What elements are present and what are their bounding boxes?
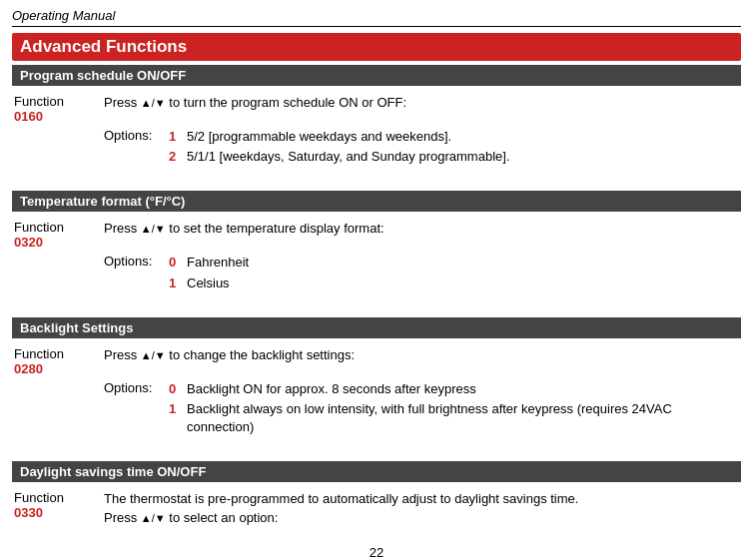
function-row-0160: Function 0160 Press ▲/▼ to turn the prog… bbox=[14, 94, 739, 124]
function-row-0280: Function 0280 Press ▲/▼ to change the ba… bbox=[14, 346, 739, 376]
function-block-0330: Function 0330 The thermostat is pre-prog… bbox=[12, 486, 741, 532]
page-number: 22 bbox=[12, 545, 741, 560]
option-item: 0 Backlight ON for approx. 8 seconds aft… bbox=[169, 380, 739, 398]
function-row-0320: Function 0320 Press ▲/▼ to set the tempe… bbox=[14, 220, 739, 250]
function-block-0280: Function 0280 Press ▲/▼ to change the ba… bbox=[12, 342, 741, 444]
function-row-0330: Function 0330 The thermostat is pre-prog… bbox=[14, 490, 739, 526]
option-item: 1 5/2 [programmable weekdays and weekend… bbox=[169, 128, 739, 146]
option-item: 0 Fahrenheit bbox=[169, 254, 739, 272]
function-label-0280: Function 0280 bbox=[14, 346, 104, 376]
options-label-0280: Options: bbox=[104, 380, 169, 395]
function-desc-0160: Press ▲/▼ to turn the program schedule O… bbox=[104, 94, 739, 112]
function-desc-0330: The thermostat is pre-programmed to auto… bbox=[104, 490, 739, 526]
function-number-0320: 0320 bbox=[14, 235, 104, 250]
options-block-0160: Options: 1 5/2 [programmable weekdays an… bbox=[104, 128, 739, 168]
subsection-temperature-format: Temperature format (°F/°C) bbox=[12, 191, 741, 212]
options-block-0280: Options: 0 Backlight ON for approx. 8 se… bbox=[104, 380, 739, 439]
option-item: 1 Backlight always on low intensity, wit… bbox=[169, 400, 739, 436]
options-list-0160: 1 5/2 [programmable weekdays and weekend… bbox=[169, 128, 739, 168]
function-label-0160: Function 0160 bbox=[14, 94, 104, 124]
function-block-0160: Function 0160 Press ▲/▼ to turn the prog… bbox=[12, 90, 741, 173]
function-block-0320: Function 0320 Press ▲/▼ to set the tempe… bbox=[12, 216, 741, 298]
function-desc-0320: Press ▲/▼ to set the temperature display… bbox=[104, 220, 739, 238]
options-label-0320: Options: bbox=[104, 254, 169, 269]
option-item: 1 Celsius bbox=[169, 275, 739, 292]
main-section-title: Advanced Functions bbox=[12, 33, 741, 61]
page-header: Operating Manual bbox=[12, 8, 741, 27]
function-label-0320: Function 0320 bbox=[14, 220, 104, 250]
options-label-0160: Options: bbox=[104, 128, 169, 143]
options-list-0280: 0 Backlight ON for approx. 8 seconds aft… bbox=[169, 380, 739, 439]
header-title: Operating Manual bbox=[12, 8, 115, 23]
subsection-backlight-settings: Backlight Settings bbox=[12, 317, 741, 338]
function-number-0280: 0280 bbox=[14, 361, 104, 376]
options-list-0320: 0 Fahrenheit 1 Celsius bbox=[169, 254, 739, 293]
function-desc-0280: Press ▲/▼ to change the backlight settin… bbox=[104, 346, 739, 364]
function-label-0330: Function 0330 bbox=[14, 490, 104, 520]
options-block-0320: Options: 0 Fahrenheit 1 Celsius bbox=[104, 254, 739, 293]
subsection-program-schedule: Program schedule ON/OFF bbox=[12, 65, 741, 86]
subsection-daylight-savings: Daylight savings time ON/OFF bbox=[12, 461, 741, 482]
option-item: 2 5/1/1 [weekdays, Saturday, and Sunday … bbox=[169, 148, 739, 166]
function-number-0160: 0160 bbox=[14, 109, 104, 124]
function-number-0330: 0330 bbox=[14, 505, 104, 520]
